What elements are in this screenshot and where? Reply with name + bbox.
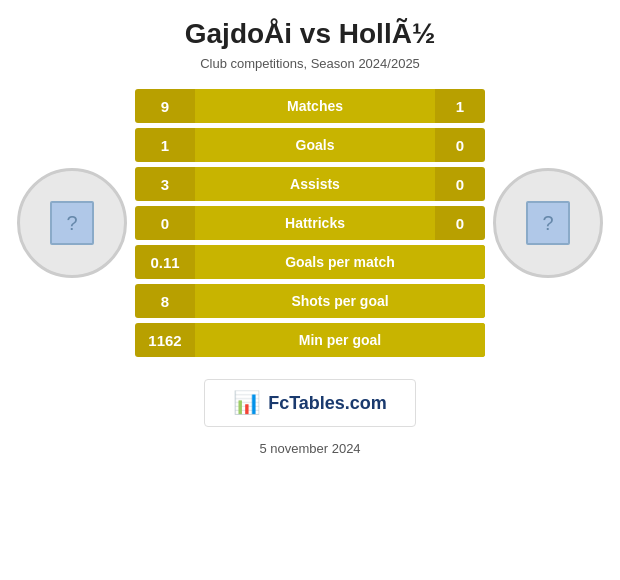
logo-icon: 📊 — [233, 390, 260, 416]
stat-left-value: 0 — [135, 215, 195, 232]
page-container: GajdoÅi vs HollÃ½ Club competitions, Sea… — [0, 0, 620, 580]
stat-left-value: 8 — [135, 293, 195, 310]
match-subtitle: Club competitions, Season 2024/2025 — [200, 56, 420, 71]
stat-row: 1162Min per goal — [135, 323, 485, 357]
main-area: ? 9Matches11Goals03Assists00Hattricks00.… — [0, 89, 620, 357]
stat-left-value: 1162 — [135, 332, 195, 349]
stats-panel: 9Matches11Goals03Assists00Hattricks00.11… — [135, 89, 485, 357]
stat-right-value: 0 — [435, 176, 485, 193]
stat-row: 1Goals0 — [135, 128, 485, 162]
stat-left-value: 3 — [135, 176, 195, 193]
stat-label: Assists — [195, 167, 435, 201]
stat-row: 3Assists0 — [135, 167, 485, 201]
stat-row: 0Hattricks0 — [135, 206, 485, 240]
player-left-avatar: ? — [17, 168, 127, 278]
stat-right-value: 0 — [435, 137, 485, 154]
stat-label: Shots per goal — [195, 284, 485, 318]
stat-label: Goals per match — [195, 245, 485, 279]
stat-left-value: 9 — [135, 98, 195, 115]
player-right-image: ? — [526, 201, 570, 245]
stat-label: Goals — [195, 128, 435, 162]
logo-area: 📊 FcTables.com — [204, 379, 416, 427]
stat-label: Matches — [195, 89, 435, 123]
stat-row: 0.11Goals per match — [135, 245, 485, 279]
stat-right-value: 1 — [435, 98, 485, 115]
player-right-avatar: ? — [493, 168, 603, 278]
stat-left-value: 1 — [135, 137, 195, 154]
stat-right-value: 0 — [435, 215, 485, 232]
stat-row: 8Shots per goal — [135, 284, 485, 318]
logo-text: FcTables.com — [268, 393, 387, 414]
stat-label: Hattricks — [195, 206, 435, 240]
date-text: 5 november 2024 — [259, 441, 360, 456]
stat-left-value: 0.11 — [135, 254, 195, 271]
stat-label: Min per goal — [195, 323, 485, 357]
stat-row: 9Matches1 — [135, 89, 485, 123]
match-title: GajdoÅi vs HollÃ½ — [185, 18, 436, 50]
player-left-image: ? — [50, 201, 94, 245]
